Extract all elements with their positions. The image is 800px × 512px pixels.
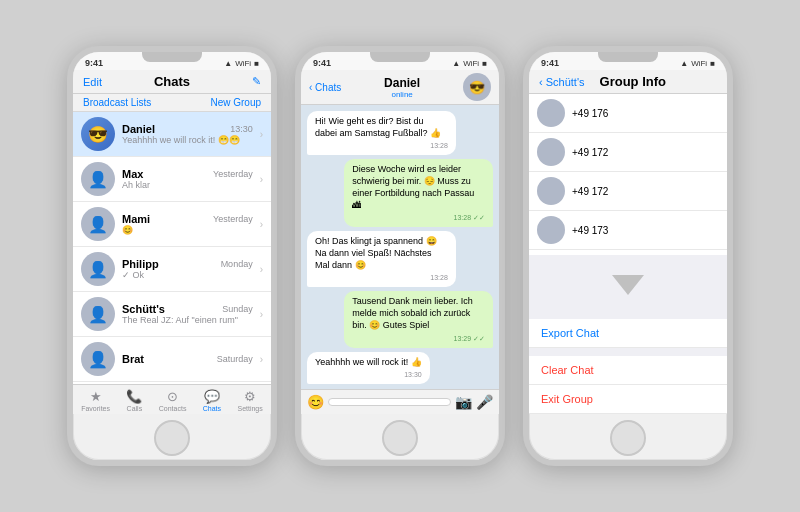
message-time-2: 13:28 ✓✓ bbox=[352, 213, 485, 222]
chat-item-schutts[interactable]: 👤 Schütt's Sunday The Real JZ: Auf "eine… bbox=[73, 292, 271, 337]
chat-item-max[interactable]: 👤 Max Yesterday Ah klar › bbox=[73, 157, 271, 202]
tab-contacts[interactable]: ⊙ Contacts bbox=[159, 389, 187, 412]
export-chat-button[interactable]: Export Chat bbox=[529, 319, 727, 348]
tab-bar-1: ★ Favorites 📞 Calls ⊙ Contacts 💬 Chats ⚙… bbox=[73, 384, 271, 414]
chevron-icon-philipp: › bbox=[260, 264, 263, 275]
chevron-icon-schutts: › bbox=[260, 309, 263, 320]
time-1: 9:41 bbox=[85, 58, 103, 68]
message-text-4: Tausend Dank mein lieber. Ich melde mich… bbox=[352, 296, 473, 329]
compose-icon[interactable]: ✎ bbox=[225, 75, 261, 88]
chat-item-mami[interactable]: 👤 Mami Yesterday 😊 › bbox=[73, 202, 271, 247]
member-4[interactable]: +49 173 bbox=[529, 211, 727, 250]
message-text-5: Yeahhhh we will rock it! 👍 bbox=[315, 357, 422, 367]
home-button-3[interactable] bbox=[610, 420, 646, 456]
clear-chat-button[interactable]: Clear Chat bbox=[529, 356, 727, 385]
chat-item-daniel[interactable]: 😎 Daniel 13:30 Yeahhhh we will rock it! … bbox=[73, 112, 271, 157]
message-time-1: 13:28 bbox=[315, 141, 448, 150]
phones-container: 9:41 ▲ WiFi ■ Edit Chats ✎ Broadcast Lis… bbox=[67, 46, 733, 466]
member-2[interactable]: +49 172 bbox=[529, 133, 727, 172]
tab-chats[interactable]: 💬 Chats bbox=[203, 389, 221, 412]
message-4: Tausend Dank mein lieber. Ich melde mich… bbox=[344, 291, 493, 347]
message-time-5: 13:30 bbox=[315, 370, 422, 379]
message-text-1: Hi! Wie geht es dir? Bist du dabei am Sa… bbox=[315, 116, 441, 138]
group-info-title: Group Info bbox=[585, 74, 681, 89]
member-avatar-1 bbox=[537, 99, 565, 127]
contact-avatar: 😎 bbox=[463, 73, 491, 101]
chat-name-mami: Mami bbox=[122, 213, 150, 225]
messages-screen: Hi! Wie geht es dir? Bist du dabei am Sa… bbox=[301, 105, 499, 414]
member-name-3: +49 172 bbox=[572, 186, 608, 197]
message-time-4: 13:29 ✓✓ bbox=[352, 334, 485, 343]
chat-item-philipp[interactable]: 👤 Philipp Monday ✓ Ok › bbox=[73, 247, 271, 292]
chat-preview-daniel: Yeahhhh we will rock it! 😁😁 bbox=[122, 135, 253, 145]
chats-subheader: Broadcast Lists New Group bbox=[73, 94, 271, 112]
chevron-icon: › bbox=[260, 129, 263, 140]
chat-preview-max: Ah klar bbox=[122, 180, 253, 190]
mic-button[interactable]: 🎤 bbox=[476, 394, 493, 410]
wifi-icon: WiFi bbox=[235, 59, 251, 68]
avatar-mami: 👤 bbox=[81, 207, 115, 241]
message-2: Diese Woche wird es leider schwierig bei… bbox=[344, 159, 493, 227]
message-text-3: Oh! Das klingt ja spannend 😄 Na dann vie… bbox=[315, 236, 437, 269]
camera-button[interactable]: 📷 bbox=[455, 394, 472, 410]
tab-settings[interactable]: ⚙ Settings bbox=[237, 389, 262, 412]
back-button-3[interactable]: ‹ Schütt's bbox=[539, 76, 585, 88]
avatar-brat: 👤 bbox=[81, 342, 115, 376]
battery-icon-3: ■ bbox=[710, 59, 715, 68]
member-name-2: +49 172 bbox=[572, 147, 608, 158]
chevron-icon-brat: › bbox=[260, 354, 263, 365]
chat-name-max: Max bbox=[122, 168, 143, 180]
broadcast-lists-link[interactable]: Broadcast Lists bbox=[83, 97, 151, 108]
emoji-button[interactable]: 😊 bbox=[307, 394, 324, 410]
tab-favorites[interactable]: ★ Favorites bbox=[81, 389, 110, 412]
status-icons-1: ▲ WiFi ■ bbox=[224, 59, 259, 68]
wifi-icon-3: WiFi bbox=[691, 59, 707, 68]
message-text-2: Diese Woche wird es leider schwierig bei… bbox=[352, 164, 474, 209]
phone-icon: 📞 bbox=[126, 389, 142, 404]
contact-status: online bbox=[345, 90, 459, 99]
contact-name: Daniel bbox=[345, 76, 459, 90]
section-gap-1 bbox=[529, 311, 727, 319]
status-icons-3: ▲ WiFi ■ bbox=[680, 59, 715, 68]
exit-group-button[interactable]: Exit Group bbox=[529, 385, 727, 414]
chat-list: 😎 Daniel 13:30 Yeahhhh we will rock it! … bbox=[73, 112, 271, 384]
tab-calls[interactable]: 📞 Calls bbox=[126, 389, 142, 412]
nav-bar-1: Edit Chats ✎ bbox=[73, 70, 271, 94]
message-5: Yeahhhh we will rock it! 👍 13:30 bbox=[307, 352, 430, 385]
chats-title: Chats bbox=[119, 74, 225, 89]
back-button-2[interactable]: ‹ Chats bbox=[309, 82, 341, 93]
battery-icon-2: ■ bbox=[482, 59, 487, 68]
group-info-screen: +49 176 +49 172 +49 172 +49 173 +49 176 bbox=[529, 94, 727, 414]
danger-actions: Clear Chat Exit Group bbox=[529, 356, 727, 414]
chat-name-philipp: Philipp bbox=[122, 258, 159, 270]
tab-settings-label: Settings bbox=[237, 405, 262, 412]
member-3[interactable]: +49 172 bbox=[529, 172, 727, 211]
star-icon: ★ bbox=[90, 389, 102, 404]
member-1[interactable]: +49 176 bbox=[529, 94, 727, 133]
settings-icon: ⚙ bbox=[244, 389, 256, 404]
chat-item-brat[interactable]: 👤 Brat Saturday › bbox=[73, 337, 271, 382]
phone-1: 9:41 ▲ WiFi ■ Edit Chats ✎ Broadcast Lis… bbox=[67, 46, 277, 466]
new-group-link[interactable]: New Group bbox=[210, 97, 261, 108]
chevron-icon-mami: › bbox=[260, 219, 263, 230]
phone-2: 9:41 ▲ WiFi ■ ‹ Chats Daniel online 😎 Hi… bbox=[295, 46, 505, 466]
group-info-nav: ‹ Schütt's Group Info bbox=[529, 70, 727, 94]
chat-preview-schutts: The Real JZ: Auf "einen rum" bbox=[122, 315, 253, 325]
home-button-2[interactable] bbox=[382, 420, 418, 456]
wifi-icon-2: WiFi bbox=[463, 59, 479, 68]
chat-info-schutts: Schütt's Sunday The Real JZ: Auf "einen … bbox=[122, 303, 253, 325]
section-gap-2 bbox=[529, 348, 727, 356]
tab-calls-label: Calls bbox=[127, 405, 143, 412]
chat-info-mami: Mami Yesterday 😊 bbox=[122, 213, 253, 235]
message-input[interactable] bbox=[328, 398, 451, 406]
message-3: Oh! Das klingt ja spannend 😄 Na dann vie… bbox=[307, 231, 456, 287]
contacts-icon: ⊙ bbox=[167, 389, 178, 404]
edit-button[interactable]: Edit bbox=[83, 76, 119, 88]
chat-time-max: Yesterday bbox=[213, 169, 253, 179]
home-button-1[interactable] bbox=[154, 420, 190, 456]
down-arrow-icon bbox=[608, 263, 648, 303]
battery-icon: ■ bbox=[254, 59, 259, 68]
chat-info-max: Max Yesterday Ah klar bbox=[122, 168, 253, 190]
signal-icon-2: ▲ bbox=[452, 59, 460, 68]
group-members-list: +49 176 +49 172 +49 172 +49 173 +49 176 bbox=[529, 94, 727, 255]
